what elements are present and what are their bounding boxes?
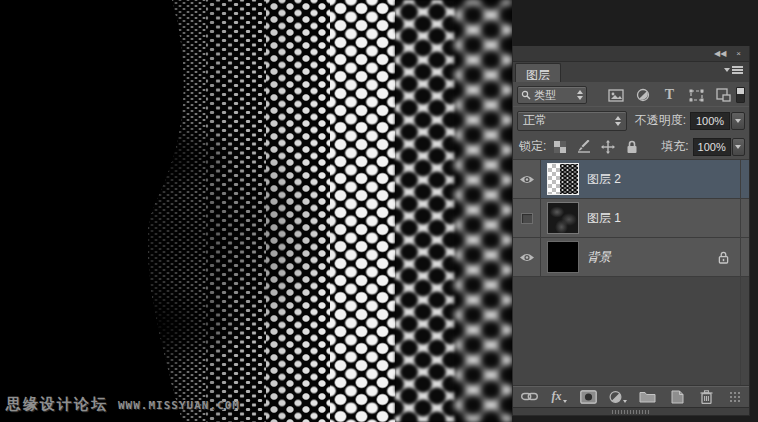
lock-transparent-pixels-icon[interactable] [552,140,567,154]
watermark-site-name: 思缘设计论坛 [6,395,108,414]
filter-kind-label: 类型 [534,88,574,103]
eye-off-box-icon [521,213,533,224]
smart-object-filter-icon[interactable] [715,87,732,103]
document-canvas[interactable]: 思缘设计论坛 WWW.MISSYUAN.COM [0,0,512,422]
lock-icon-group [552,140,639,154]
layer-thumbnail[interactable] [547,241,579,273]
watermark-url: WWW.MISSYUAN.COM [118,399,240,412]
chevron-down-icon [724,68,730,72]
new-layer-button[interactable] [669,389,686,405]
chevron-down-icon [563,400,567,403]
layer-row-1[interactable]: 图层 1 [513,199,749,238]
layer-row-background[interactable]: 背景 [513,238,749,277]
visibility-cell[interactable] [513,160,541,198]
layer-filter-row: 类型 T [513,82,749,106]
type-layers-filter-icon[interactable]: T [661,87,678,103]
new-group-folder-button[interactable] [639,389,656,405]
add-layer-mask-button[interactable] [580,389,597,405]
shading-overlay [0,0,512,422]
menu-icon [732,66,743,74]
visibility-cell[interactable] [513,238,541,276]
layer-style-fx-button[interactable]: fx [550,389,567,405]
panel-drag-strip[interactable] [513,407,749,415]
panel-bottom-bar: fx [513,385,749,407]
collapse-panels-icon[interactable]: ◀◀ [714,50,726,58]
scrollbar-gutter[interactable] [740,160,741,385]
opacity-dropdown-button[interactable] [731,112,745,130]
photoshop-workspace: 思缘设计论坛 WWW.MISSYUAN.COM ◀◀ × 图层 类型 [0,0,758,422]
panel-resize-grip[interactable] [729,391,741,403]
lock-position-icon[interactable] [600,140,615,154]
lock-all-icon[interactable] [624,140,639,154]
opacity-label: 不透明度: [635,112,686,129]
layer-list: 图层 2 图层 1 [513,160,749,385]
layer-thumbnail[interactable] [547,202,579,234]
fill-value-field[interactable]: 100% [693,138,731,156]
blend-mode-row: 正常 不透明度: 100% [513,106,749,134]
filter-icon-group: T [607,87,732,103]
fill-label: 填充: [661,138,688,155]
eye-icon [519,252,535,263]
lock-row: 锁定: 填充: 100% [513,134,749,160]
lock-icon [718,251,729,264]
layer-filtering-toggle[interactable] [736,87,745,103]
close-panel-icon[interactable]: × [736,50,741,58]
spinner-arrows-icon [615,116,621,126]
opacity-value-field[interactable]: 100% [690,112,730,130]
app-background-strip [750,0,758,422]
eye-icon [519,174,535,185]
chevron-down-icon [735,119,741,123]
filter-kind-dropdown[interactable]: 类型 [517,86,587,104]
layer-row-2[interactable]: 图层 2 [513,160,749,199]
adjustment-layers-filter-icon[interactable] [634,87,651,103]
panel-menu-button[interactable] [724,66,743,74]
new-adjustment-layer-button[interactable] [609,389,627,405]
watermark: 思缘设计论坛 WWW.MISSYUAN.COM [6,395,240,414]
layer-thumbnail[interactable] [547,163,579,195]
halftone-artwork [0,0,512,422]
layer-name[interactable]: 图层 2 [587,171,621,188]
drag-grip-icon [612,410,650,414]
delete-layer-button[interactable] [698,389,715,405]
layers-panel: ◀◀ × 图层 类型 [512,46,750,416]
shape-layers-filter-icon[interactable] [688,87,705,103]
layer-name[interactable]: 图层 1 [587,210,621,227]
link-layers-button[interactable] [521,389,538,405]
search-icon [521,90,531,100]
lock-label: 锁定: [519,138,546,155]
blend-mode-dropdown[interactable]: 正常 [517,111,627,131]
tab-layers[interactable]: 图层 [515,63,561,82]
visibility-cell[interactable] [513,199,541,237]
spinner-arrows-icon [577,90,583,100]
chevron-down-icon [735,145,741,149]
chevron-down-icon [623,400,627,403]
blend-mode-value: 正常 [523,112,615,129]
panel-title-bar: ◀◀ × [513,46,749,62]
panel-tab-row: 图层 [513,62,749,82]
fill-dropdown-button[interactable] [732,138,745,156]
pixel-layers-filter-icon[interactable] [607,87,624,103]
layer-name[interactable]: 背景 [587,249,611,266]
layer-locked-indicator [718,251,729,264]
lock-image-pixels-icon[interactable] [576,140,591,154]
